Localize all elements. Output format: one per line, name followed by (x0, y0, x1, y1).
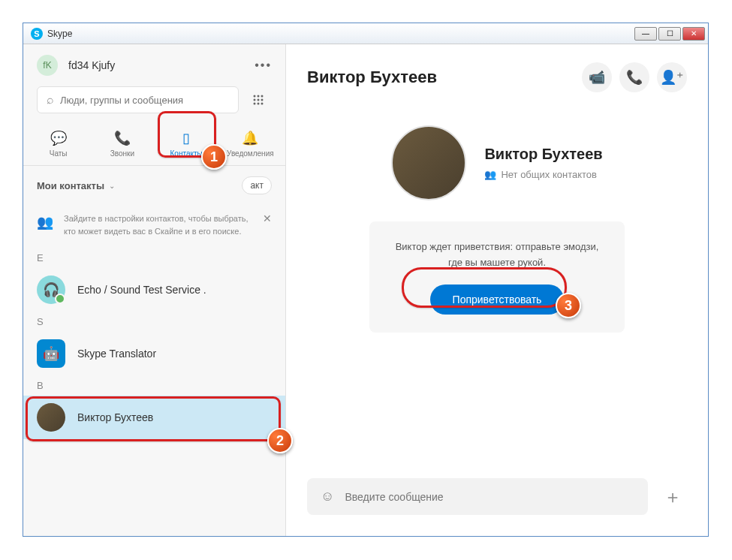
dialpad-icon (252, 94, 264, 106)
svg-point-4 (258, 99, 260, 101)
tab-chats[interactable]: 💬 Чаты (26, 122, 90, 165)
letter-header-s: S (23, 312, 285, 332)
people-icon: 👥 (484, 169, 496, 180)
letter-header-e: E (23, 248, 285, 268)
svg-point-3 (254, 99, 256, 101)
contacts-icon: ▯ (158, 130, 215, 146)
titlebar: S Skype — ☐ ✕ (23, 23, 708, 44)
profile-avatar[interactable] (391, 125, 466, 200)
svg-point-8 (261, 103, 264, 105)
svg-point-1 (258, 95, 260, 98)
video-icon: 📹 (589, 69, 605, 86)
phone-icon: 📞 (626, 69, 643, 86)
profile-sub: 👥 Нет общих контактов (484, 169, 602, 180)
add-person-icon: 👤⁺ (660, 69, 684, 86)
user-name: fd34 Kjufy (68, 59, 115, 71)
contact-name: Виктор Бухтеев (77, 411, 153, 423)
svg-point-6 (254, 103, 256, 105)
annotation-marker-3: 3 (556, 293, 581, 318)
emoji-button[interactable]: ☺ (321, 489, 334, 504)
tabs: 💬 Чаты 📞 Звонки ▯ Контакты 🔔 Уведомления (23, 122, 285, 166)
tip-box: 👥 Зайдите в настройки контактов, чтобы в… (23, 205, 285, 248)
message-input[interactable] (345, 491, 634, 503)
chat-header: Виктор Бухтеев 📹 📞 👤⁺ (286, 44, 708, 110)
video-call-button[interactable]: 📹 (582, 62, 612, 92)
skype-icon: S (31, 28, 43, 40)
main-panel: Виктор Бухтеев 📹 📞 👤⁺ Виктор Бухтеев 👥 Н… (286, 44, 708, 536)
contact-viktor[interactable]: Виктор Бухтеев (23, 396, 285, 439)
add-person-button[interactable]: 👤⁺ (657, 62, 687, 92)
search-input[interactable] (60, 95, 229, 106)
svg-point-0 (254, 95, 256, 98)
compose-box[interactable]: ☺ (307, 478, 648, 515)
tip-text: Зайдите в настройки контактов, чтобы выб… (64, 212, 255, 237)
audio-call-button[interactable]: 📞 (619, 62, 649, 92)
phone-icon: 📞 (93, 130, 151, 146)
window-title: Skype (47, 29, 72, 39)
profile-name: Виктор Бухтеев (484, 146, 602, 163)
sidebar: fK fd34 Kjufy ••• ⌕ 💬 Чаты (23, 44, 286, 536)
chevron-down-icon[interactable]: ⌄ (109, 182, 115, 190)
app-window: S Skype — ☐ ✕ fK fd34 Kjufy ••• ⌕ (23, 23, 709, 537)
user-avatar[interactable]: fK (37, 55, 58, 76)
profile-card: Виктор Бухтеев 👥 Нет общих контактов (286, 125, 708, 200)
svg-point-5 (261, 99, 264, 101)
contact-translator[interactable]: 🤖 Skype Translator (23, 332, 285, 375)
viktor-avatar (37, 403, 65, 432)
annotation-marker-1: 1 (201, 144, 227, 170)
echo-avatar: 🎧 (37, 275, 65, 304)
composer: ☺ ＋ (286, 463, 708, 536)
svg-point-2 (261, 95, 264, 98)
close-button[interactable]: ✕ (682, 27, 705, 41)
tab-notifications[interactable]: 🔔 Уведомления (218, 122, 282, 165)
search-icon: ⌕ (47, 93, 54, 107)
translator-avatar: 🤖 (37, 339, 65, 368)
maximize-button[interactable]: ☐ (658, 27, 681, 41)
plus-icon: ＋ (664, 485, 682, 509)
tip-close-button[interactable]: ✕ (263, 212, 272, 224)
contact-name: Skype Translator (77, 348, 156, 360)
chat-title: Виктор Бухтеев (307, 68, 437, 87)
greet-button[interactable]: Поприветствовать (430, 285, 565, 315)
contact-name: Echo / Sound Test Service . (77, 284, 206, 296)
svg-point-7 (258, 103, 260, 105)
bell-icon: 🔔 (221, 130, 279, 146)
greeting-text: Виктор ждет приветствия: отправьте эмодз… (390, 239, 604, 271)
letter-header-v: В (23, 375, 285, 396)
dialpad-button[interactable] (245, 86, 272, 113)
annotation-marker-2: 2 (267, 428, 293, 453)
profile-row: fK fd34 Kjufy ••• (23, 44, 285, 86)
section-title: Мои контакты (37, 180, 104, 191)
tab-calls[interactable]: 📞 Звонки (90, 122, 154, 165)
people-icon: 👥 (37, 214, 53, 230)
chat-icon: 💬 (29, 130, 87, 146)
more-button[interactable]: ••• (255, 59, 272, 72)
add-attachment-button[interactable]: ＋ (658, 483, 687, 511)
new-contact-button[interactable]: акт (242, 176, 272, 194)
minimize-button[interactable]: — (634, 27, 657, 41)
search-box[interactable]: ⌕ (37, 86, 239, 113)
contact-echo[interactable]: 🎧 Echo / Sound Test Service . (23, 268, 285, 312)
greeting-card: Виктор ждет приветствия: отправьте эмодз… (369, 221, 625, 333)
